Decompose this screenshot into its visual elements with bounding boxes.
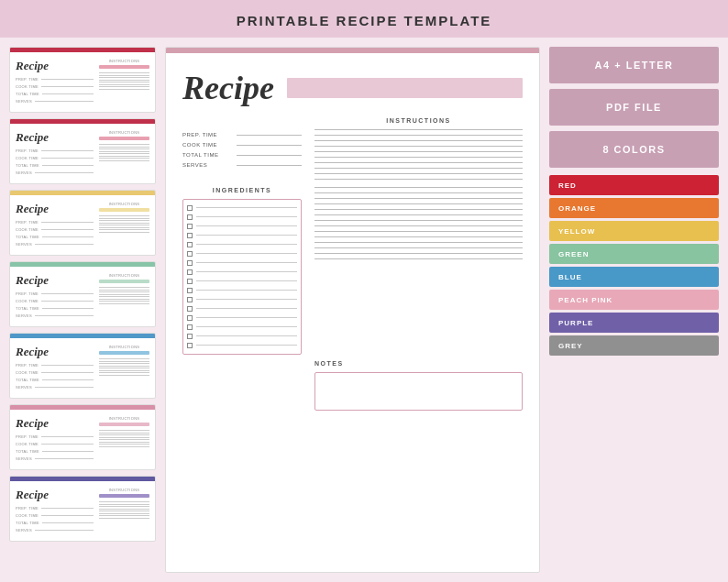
mini-instr-line <box>99 513 149 514</box>
instr-line-right <box>314 214 523 215</box>
mini-instr-line <box>99 147 149 148</box>
colors-section: RED ORANGE YELLOW GREEN BLUE PEACH PINK … <box>549 175 719 356</box>
ingredient-line <box>196 308 297 309</box>
notes-label: NOTES <box>302 360 523 367</box>
ingredient-row <box>187 334 297 339</box>
mini-instr-line <box>99 218 149 219</box>
mini-label: PREP. TIME <box>16 363 39 368</box>
mini-instr-line <box>99 72 149 73</box>
mini-line-row: PREP. TIME <box>16 77 94 82</box>
mini-label: TOTAL TIME <box>16 163 39 168</box>
mini-line <box>42 236 94 237</box>
mini-instr-line <box>99 294 149 295</box>
mini-label: PREP. TIME <box>16 291 39 296</box>
mini-line-row: TOTAL TIME <box>16 235 94 239</box>
color-label: GREEN <box>549 250 719 258</box>
instr-line-right <box>314 236 523 237</box>
mini-card-right: INSTRUCTIONS <box>99 130 149 175</box>
color-label: BLUE <box>549 273 719 281</box>
badge-a4-letter: A4 + LETTER <box>549 47 719 83</box>
mini-instr-line <box>99 442 149 443</box>
mini-label: SERVES <box>16 170 32 175</box>
ingredient-checkbox[interactable] <box>187 315 193 321</box>
mini-instr-line <box>99 156 149 157</box>
recipe-top-bar <box>166 48 539 53</box>
instr-line <box>314 146 523 147</box>
mini-instr-lines <box>99 430 149 446</box>
mini-line <box>41 222 94 223</box>
mini-line-row: TOTAL TIME <box>16 306 94 311</box>
mini-card-left: Recipe PREP. TIME COOK TIME TOTAL TIME <box>16 202 94 247</box>
instr-line-right <box>314 220 523 221</box>
ingredient-checkbox[interactable] <box>187 224 193 229</box>
mini-label: COOK TIME <box>16 84 39 89</box>
instr-line <box>314 162 523 163</box>
mini-line-row: COOK TIME <box>16 156 94 160</box>
ingredient-checkbox[interactable] <box>187 343 193 348</box>
ingredient-checkbox[interactable] <box>187 324 193 330</box>
mini-line-row: COOK TIME <box>16 299 94 303</box>
ingredient-checkbox[interactable] <box>187 242 193 247</box>
mini-card-bar <box>10 477 155 481</box>
instr-line <box>314 140 523 141</box>
mini-label: SERVES <box>16 456 32 461</box>
mini-label: COOK TIME <box>16 513 39 518</box>
ingredient-line <box>196 225 297 226</box>
mini-card-content: Recipe PREP. TIME COOK TIME TOTAL TIME <box>16 416 149 461</box>
badge-8-colors: 8 COLORS <box>549 131 719 168</box>
header-title-prefix: PRINTABLE <box>237 13 336 28</box>
ingredient-checkbox[interactable] <box>187 279 193 284</box>
mini-line <box>41 365 94 366</box>
mini-instr-lines <box>99 72 149 89</box>
mini-instr-line <box>99 358 149 359</box>
ingredient-checkbox[interactable] <box>187 260 193 266</box>
mini-instr-lines <box>99 501 149 518</box>
ingredient-checkbox[interactable] <box>187 205 193 211</box>
mini-instr-line <box>99 501 149 502</box>
recipe-title-bar <box>287 78 523 98</box>
mini-instr-line <box>99 225 149 225</box>
color-label: RED <box>549 181 719 190</box>
ingredient-checkbox[interactable] <box>187 334 193 339</box>
mini-card-right: INSTRUCTIONS <box>99 273 149 318</box>
mini-label: COOK TIME <box>16 156 39 160</box>
ingredient-checkbox[interactable] <box>187 233 193 238</box>
mini-instr-line <box>99 82 149 82</box>
page-header: PRINTABLE RECIPE TEMPLATE <box>0 0 728 38</box>
mini-label: TOTAL TIME <box>16 378 39 382</box>
mini-line <box>42 308 94 309</box>
color-label: PEACH PINK <box>549 296 719 304</box>
ingredient-line <box>196 271 297 272</box>
ingredients-section: INGREDIENTS <box>182 187 523 355</box>
recipe-title: Recipe <box>182 71 274 104</box>
instr-line <box>314 135 523 136</box>
ingredients-label: INGREDIENTS <box>182 187 302 193</box>
mini-card-right: INSTRUCTIONS <box>99 345 149 390</box>
mini-card-bar <box>10 119 155 124</box>
ingredient-row <box>187 306 297 312</box>
time-field-row: COOK TIME <box>182 142 302 148</box>
instr-line-right <box>314 187 523 188</box>
mini-line-row: SERVES <box>16 528 94 533</box>
ingredient-checkbox[interactable] <box>187 306 193 312</box>
mini-line <box>42 379 94 380</box>
mini-instr-line <box>99 303 149 304</box>
ingredient-checkbox[interactable] <box>187 251 193 257</box>
ingredient-checkbox[interactable] <box>187 297 193 302</box>
mini-label: SERVES <box>16 242 32 247</box>
right-column: INSTRUCTIONS <box>314 117 523 180</box>
ingredient-checkbox[interactable] <box>187 214 193 220</box>
mini-instr-line <box>99 446 149 447</box>
instr-line-right <box>314 247 523 248</box>
ingredient-checkbox[interactable] <box>187 269 193 275</box>
mini-lines: PREP. TIME COOK TIME TOTAL TIME SERVES <box>16 363 94 390</box>
instr-line-right <box>314 203 523 204</box>
ingredient-row <box>187 288 297 293</box>
instr-lines-top <box>314 129 523 180</box>
ingredient-checkbox[interactable] <box>187 288 193 293</box>
mini-label: PREP. TIME <box>16 506 39 511</box>
ingredient-row <box>187 324 297 330</box>
mini-lines: PREP. TIME COOK TIME TOTAL TIME SERVES <box>16 291 94 318</box>
instr-line <box>314 168 523 169</box>
mini-instr-bar <box>99 137 149 140</box>
